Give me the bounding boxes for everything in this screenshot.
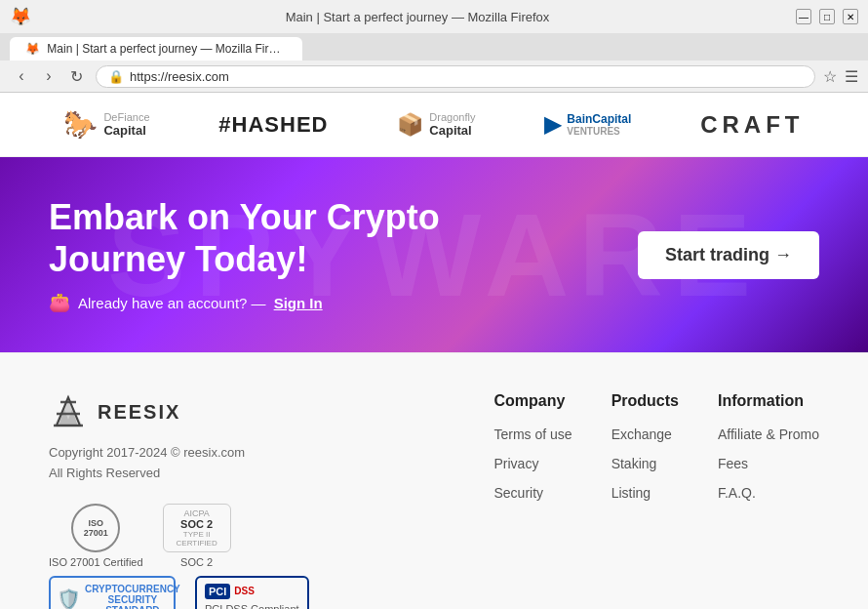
hero-subtitle: 👛 Already have an account? — Sign In: [49, 292, 536, 313]
start-trading-button[interactable]: Start trading →: [638, 231, 819, 279]
wallet-icon: 👛: [49, 292, 70, 313]
url-text: https://reesix.com: [130, 69, 229, 84]
tab-title-text: Main | Start a perfect journey — Mozilla…: [47, 42, 291, 56]
investors-bar: 🐎 DeFiance Capital #HASHED 📦 Dragonfly C…: [0, 93, 868, 157]
products-heading: Products: [612, 392, 679, 410]
terms-link[interactable]: Terms of use: [494, 426, 572, 442]
listing-link[interactable]: Listing: [612, 485, 651, 501]
minimize-button[interactable]: —: [796, 9, 811, 24]
forward-button[interactable]: ›: [37, 64, 60, 88]
dragonfly-icon: 📦: [397, 112, 423, 138]
hero-banner: SPYWARE Embark on Your Crypto Journey To…: [0, 157, 868, 352]
firefox-icon: 🦊: [10, 6, 31, 27]
cert-badges: ISO27001 ISO 27001 Certified AICPA SOC 2…: [49, 504, 322, 568]
security-badges: 🛡️ CRYPTOCURRENCYSECURITY STANDARD Crypt…: [49, 576, 322, 609]
close-button[interactable]: ✕: [843, 9, 858, 24]
iso-badge-icon: ISO27001: [71, 504, 120, 552]
window-controls: — □ ✕: [796, 9, 858, 24]
address-bar[interactable]: 🔒 https://reesix.com: [96, 65, 815, 88]
privacy-link[interactable]: Privacy: [494, 456, 539, 471]
soc2-badge: AICPA SOC 2 TYPE II CERTIFIED SOC 2: [163, 504, 231, 568]
bain-icon: ▶: [544, 112, 561, 138]
fees-link[interactable]: Fees: [718, 456, 748, 471]
investor-craft: CRAFT: [700, 111, 804, 139]
company-heading: Company: [494, 392, 572, 410]
information-heading: Information: [718, 392, 819, 410]
maximize-button[interactable]: □: [819, 9, 835, 24]
investor-hashed: #HASHED: [218, 112, 328, 138]
hashed-logo-text: #HASHED: [218, 112, 328, 138]
investor-bain: ▶ BainCapital VENTURES: [544, 112, 631, 138]
footer-logo-text: REESIX: [98, 401, 180, 424]
footer-col-information: Information Affiliate & Promo Fees F.A.Q…: [718, 392, 819, 609]
reesix-logo-icon: [49, 392, 88, 431]
footer-links: Company Terms of use Privacy Security Pr…: [361, 392, 819, 609]
iso-badge-label: ISO 27001 Certified: [49, 556, 143, 568]
footer-col-company: Company Terms of use Privacy Security: [494, 392, 572, 609]
faq-link[interactable]: F.A.Q.: [718, 485, 756, 501]
footer: REESIX Copyright 2017-2024 © reesix.com …: [0, 352, 868, 609]
tab-title: Main | Start a perfect journey — Mozilla…: [39, 10, 796, 24]
defiance-icon: 🐎: [63, 108, 98, 141]
investor-dragonfly: 📦 Dragonfly Capital: [397, 111, 475, 138]
soc2-badge-label: SOC 2: [163, 556, 231, 568]
hero-title: Embark on Your Crypto Journey Today!: [49, 196, 536, 280]
affiliate-promo-link[interactable]: Affiliate & Promo: [718, 426, 819, 442]
menu-button[interactable]: ☰: [845, 67, 858, 86]
pci-badge-label: PCI DSS Compliant: [205, 603, 299, 609]
back-button[interactable]: ‹: [10, 64, 33, 88]
iso-badge: ISO27001 ISO 27001 Certified: [49, 504, 143, 568]
security-link[interactable]: Security: [494, 485, 544, 501]
craft-logo-text: CRAFT: [700, 111, 804, 139]
tab-icon: 🦊: [25, 42, 40, 56]
hero-content: Embark on Your Crypto Journey Today! 👛 A…: [49, 196, 536, 313]
footer-left: REESIX Copyright 2017-2024 © reesix.com …: [49, 392, 322, 609]
ccss-icon: 🛡️: [57, 588, 81, 609]
reload-button[interactable]: ↻: [64, 64, 88, 88]
exchange-link[interactable]: Exchange: [612, 426, 672, 442]
bookmark-button[interactable]: ☆: [823, 67, 837, 86]
subtitle-text: Already have an account? —: [78, 295, 266, 311]
signin-link[interactable]: Sign In: [274, 295, 323, 311]
footer-col-products: Products Exchange Staking Listing: [612, 392, 679, 609]
footer-copyright: Copyright 2017-2024 © reesix.com All Rig…: [49, 443, 322, 484]
page-content: 🐎 DeFiance Capital #HASHED 📦 Dragonfly C…: [0, 93, 868, 609]
browser-tab[interactable]: 🦊 Main | Start a perfect journey — Mozil…: [10, 37, 302, 61]
staking-link[interactable]: Staking: [612, 456, 657, 471]
pci-badge: PCI DSS PCI DSS Compliant: [195, 576, 309, 609]
ccss-badge: 🛡️ CRYPTOCURRENCYSECURITY STANDARD Crypt…: [49, 576, 176, 609]
investor-defiance: 🐎 DeFiance Capital: [63, 108, 149, 141]
footer-logo: REESIX: [49, 392, 322, 431]
lock-icon: 🔒: [108, 69, 124, 84]
